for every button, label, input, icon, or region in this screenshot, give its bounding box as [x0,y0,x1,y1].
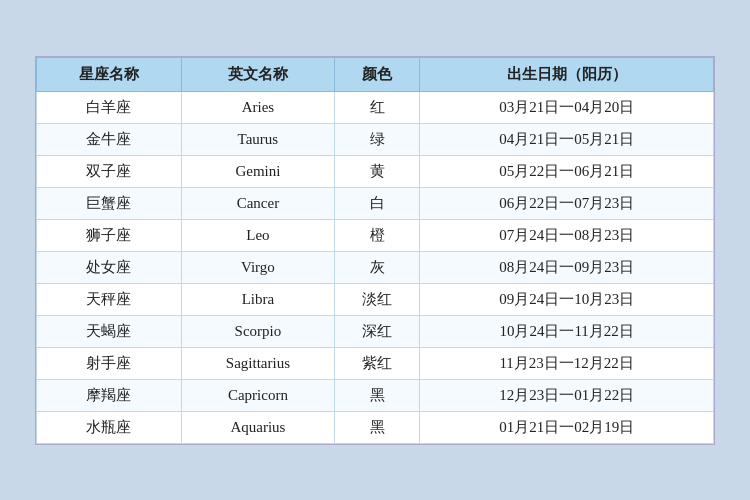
table-cell: 摩羯座 [37,379,182,411]
table-cell: 天蝎座 [37,315,182,347]
table-cell: 黑 [334,379,419,411]
table-cell: 08月24日一09月23日 [420,251,714,283]
table-cell: Capricorn [181,379,334,411]
table-cell: Leo [181,219,334,251]
table-cell: 11月23日一12月22日 [420,347,714,379]
table-row: 天蝎座Scorpio深红10月24日一11月22日 [37,315,714,347]
table-row: 金牛座Taurus绿04月21日一05月21日 [37,123,714,155]
table-cell: Sagittarius [181,347,334,379]
table-cell: 处女座 [37,251,182,283]
table-cell: 04月21日一05月21日 [420,123,714,155]
table-body: 白羊座Aries红03月21日一04月20日金牛座Taurus绿04月21日一0… [37,91,714,443]
table-cell: 绿 [334,123,419,155]
table-row: 天秤座Libra淡红09月24日一10月23日 [37,283,714,315]
table-row: 白羊座Aries红03月21日一04月20日 [37,91,714,123]
table-column-header: 星座名称 [37,57,182,91]
table-column-header: 出生日期（阳历） [420,57,714,91]
table-row: 双子座Gemini黄05月22日一06月21日 [37,155,714,187]
table-cell: 橙 [334,219,419,251]
table-cell: 05月22日一06月21日 [420,155,714,187]
table-cell: 水瓶座 [37,411,182,443]
table-cell: Aries [181,91,334,123]
table-cell: Aquarius [181,411,334,443]
table-column-header: 颜色 [334,57,419,91]
zodiac-table: 星座名称英文名称颜色出生日期（阳历） 白羊座Aries红03月21日一04月20… [36,57,714,444]
table-cell: 深红 [334,315,419,347]
table-cell: 射手座 [37,347,182,379]
table-column-header: 英文名称 [181,57,334,91]
table-cell: 天秤座 [37,283,182,315]
table-cell: Virgo [181,251,334,283]
table-row: 巨蟹座Cancer白06月22日一07月23日 [37,187,714,219]
table-row: 处女座Virgo灰08月24日一09月23日 [37,251,714,283]
table-row: 射手座Sagittarius紫红11月23日一12月22日 [37,347,714,379]
table-cell: 03月21日一04月20日 [420,91,714,123]
table-cell: Libra [181,283,334,315]
table-cell: 金牛座 [37,123,182,155]
table-cell: 红 [334,91,419,123]
table-row: 水瓶座Aquarius黑01月21日一02月19日 [37,411,714,443]
table-cell: Cancer [181,187,334,219]
table-cell: Taurus [181,123,334,155]
table-cell: 09月24日一10月23日 [420,283,714,315]
table-cell: 巨蟹座 [37,187,182,219]
table-cell: 01月21日一02月19日 [420,411,714,443]
table-cell: 紫红 [334,347,419,379]
table-cell: 12月23日一01月22日 [420,379,714,411]
table-cell: 淡红 [334,283,419,315]
table-cell: 白羊座 [37,91,182,123]
table-cell: 灰 [334,251,419,283]
table-header-row: 星座名称英文名称颜色出生日期（阳历） [37,57,714,91]
table-cell: 06月22日一07月23日 [420,187,714,219]
table-cell: 07月24日一08月23日 [420,219,714,251]
table-cell: Scorpio [181,315,334,347]
table-cell: 黑 [334,411,419,443]
table-row: 狮子座Leo橙07月24日一08月23日 [37,219,714,251]
zodiac-table-wrapper: 星座名称英文名称颜色出生日期（阳历） 白羊座Aries红03月21日一04月20… [35,56,715,445]
table-cell: 黄 [334,155,419,187]
table-cell: 双子座 [37,155,182,187]
table-cell: Gemini [181,155,334,187]
table-cell: 10月24日一11月22日 [420,315,714,347]
table-row: 摩羯座Capricorn黑12月23日一01月22日 [37,379,714,411]
table-cell: 白 [334,187,419,219]
table-cell: 狮子座 [37,219,182,251]
